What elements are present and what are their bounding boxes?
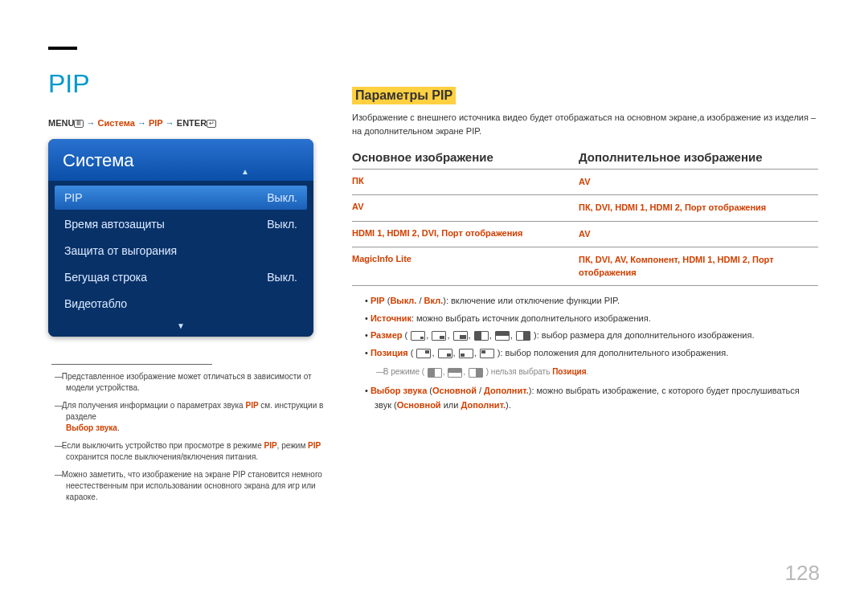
menu-item-label: Видеотабло xyxy=(64,297,127,310)
position-icon xyxy=(416,349,431,358)
menu-item-autoguard[interactable]: Время автозащиты Выкл. xyxy=(55,212,307,236)
position-icon xyxy=(438,349,452,358)
menu-body: PIP Выкл. Время автозащиты Выкл. Защита … xyxy=(48,181,313,321)
mode-icon xyxy=(469,368,483,378)
notes-separator xyxy=(51,364,212,365)
footnote: Представленное изображение может отличат… xyxy=(48,371,338,394)
breadcrumb-system: Система xyxy=(98,118,135,128)
cell-sub: ПК, DVI, AV, Компонент, HDMI 1, HDMI 2, … xyxy=(579,254,818,279)
section-title: Параметры PIP xyxy=(352,87,456,104)
table-row: HDMI 1, HDMI 2, DVI, Порт отображения AV xyxy=(352,221,818,247)
nav-down-icon[interactable]: ▼ xyxy=(48,321,313,337)
size-icon xyxy=(516,331,530,341)
cell-sub: AV xyxy=(579,176,818,188)
menu-item-value: Выкл. xyxy=(267,271,297,284)
menu-item-label: PIP xyxy=(64,191,83,204)
bullet-pip: PIP (Выкл. / Вкл.): включение или отключ… xyxy=(352,294,818,309)
breadcrumb-pip: PIP xyxy=(149,118,163,128)
accent-rule xyxy=(48,47,77,50)
arrow-icon: → xyxy=(166,118,174,128)
size-icon xyxy=(453,331,468,341)
bullet-size: Размер ( , , , , , ): выбор размера для … xyxy=(352,329,818,343)
io-table: ПК AV AV ПК, DVI, HDMI 1, HDMI 2, Порт о… xyxy=(352,169,818,286)
cell-sub: ПК, DVI, HDMI 1, HDMI 2, Порт отображени… xyxy=(579,202,818,214)
mode-icon xyxy=(428,368,442,378)
size-icon xyxy=(432,331,446,341)
table-row: MagicInfo Lite ПК, DVI, AV, Компонент, H… xyxy=(352,247,818,286)
nav-up-icon[interactable]: ▲ xyxy=(241,167,249,176)
breadcrumb-menu: MENU xyxy=(48,118,74,128)
arrow-icon: → xyxy=(137,118,146,128)
size-icon xyxy=(495,331,510,341)
page-number: 128 xyxy=(785,561,820,586)
breadcrumb-enter: ENTER xyxy=(177,118,207,128)
cell-main: HDMI 1, HDMI 2, DVI, Порт отображения xyxy=(352,228,579,240)
menu-item-label: Защита от выгорания xyxy=(64,244,177,257)
menu-header: Система ▲ xyxy=(48,139,313,181)
size-icon xyxy=(474,331,489,341)
footnote: Можно заметить, что изображение на экран… xyxy=(48,469,338,503)
table-row: ПК AV xyxy=(352,169,818,194)
breadcrumb: MENUⅢ → Система → PIP → ENTER↵ xyxy=(48,118,338,128)
menu-icon: Ⅲ xyxy=(74,120,84,128)
menu-item-pip[interactable]: PIP Выкл. xyxy=(55,186,307,210)
page-title: PIP xyxy=(48,69,338,99)
bullet-position: Позиция ( , , , ): выбор положения для д… xyxy=(352,346,818,361)
cell-main: ПК xyxy=(352,176,579,188)
left-column: PIP MENUⅢ → Система → PIP → ENTER↵ Систе… xyxy=(48,40,338,509)
menu-header-title: Система xyxy=(63,150,134,170)
menu-item-label: Бегущая строка xyxy=(64,271,147,284)
enter-icon: ↵ xyxy=(207,120,216,128)
arrow-icon: → xyxy=(86,118,95,128)
bullet-list: PIP (Выкл. / Вкл.): включение или отключ… xyxy=(352,294,818,413)
right-column: Параметры PIP Изображение с внешнего ист… xyxy=(352,40,818,416)
menu-panel: Система ▲ PIP Выкл. Время автозащиты Вык… xyxy=(48,139,313,337)
menu-item-videowall[interactable]: Видеотабло xyxy=(55,292,307,316)
bullet-note: В режиме ( , , ) нельзя выбрать Позиция. xyxy=(352,366,818,378)
mode-icon xyxy=(448,368,462,378)
column-header-main: Основное изображение xyxy=(352,150,579,164)
menu-item-burnprotect[interactable]: Защита от выгорания xyxy=(55,239,307,263)
menu-item-label: Время автозащиты xyxy=(64,218,165,231)
section-description: Изображение с внешнего источника видео б… xyxy=(352,111,818,137)
bullet-sound: Выбор звука (Основной / Дополнит.): можн… xyxy=(352,384,818,412)
cell-main: AV xyxy=(352,202,579,214)
menu-item-value: Выкл. xyxy=(267,191,297,204)
footnote: Если выключить устройство при просмотре … xyxy=(48,440,338,463)
size-icon xyxy=(411,331,425,341)
menu-item-value: Выкл. xyxy=(267,218,297,231)
position-icon xyxy=(459,349,473,358)
footnote: Для получения информации о параметрах зв… xyxy=(48,400,338,434)
bullet-source: Источник: можно выбрать источник дополни… xyxy=(352,312,818,326)
table-headers: Основное изображение Дополнительное изоб… xyxy=(352,150,818,164)
column-header-sub: Дополнительное изображение xyxy=(579,150,763,164)
cell-sub: AV xyxy=(579,228,818,240)
position-icon xyxy=(480,349,494,358)
menu-item-ticker[interactable]: Бегущая строка Выкл. xyxy=(55,265,307,289)
table-row: AV ПК, DVI, HDMI 1, HDMI 2, Порт отображ… xyxy=(352,194,818,220)
cell-main: MagicInfo Lite xyxy=(352,254,579,279)
